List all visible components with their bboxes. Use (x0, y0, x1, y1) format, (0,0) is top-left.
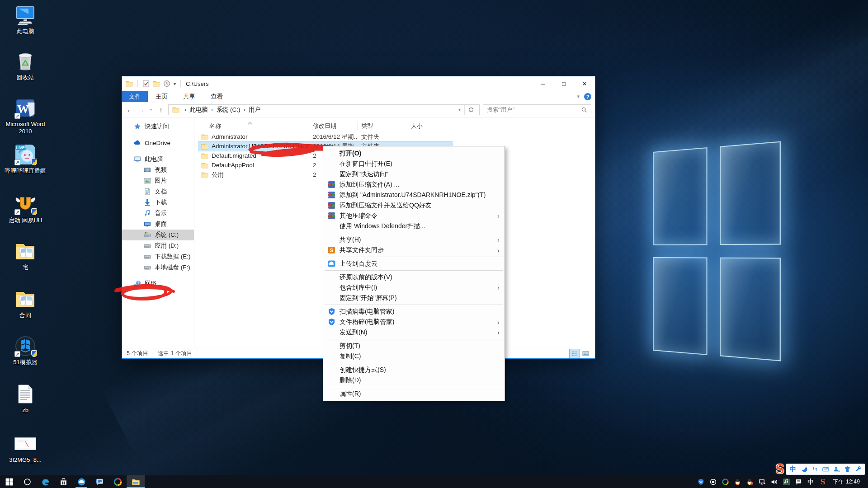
sogou-mode-zh[interactable]: 中 (788, 465, 797, 474)
sogou-toolbox[interactable] (854, 465, 863, 474)
search-input[interactable] (483, 106, 577, 113)
menu-create-shortcut[interactable]: 创建快捷方式(S) › (324, 365, 504, 375)
menu-add-to-archive[interactable]: 添加到压缩文件(A) ... › (324, 179, 504, 190)
nav-drive-f[interactable]: 本地磁盘 (F:) (122, 262, 194, 273)
tab-file[interactable]: 文件 (122, 91, 148, 102)
nav-pictures[interactable]: 图片 (122, 175, 194, 186)
new-folder-button[interactable] (153, 80, 160, 87)
menu-defender-scan[interactable]: 使用 Windows Defender扫描... › (324, 221, 504, 231)
desktop-icon-word[interactable]: W ↗ Microsoft Word 2010 (4, 97, 47, 135)
store-button[interactable] (54, 475, 72, 488)
record-tray-icon[interactable] (708, 477, 718, 487)
tab-home[interactable]: 主页 (148, 91, 175, 102)
desktop-icon-zb[interactable]: ↗ zb (4, 383, 47, 414)
explorer-button[interactable] (127, 475, 145, 488)
customize-qat-button[interactable]: ▾ (174, 81, 176, 86)
nav-drive-e[interactable]: 下载数据 (E:) (122, 251, 194, 262)
desktop-icon-netease-uu[interactable]: ↗ 启动 网易UU (4, 193, 47, 224)
menu-restore-versions[interactable]: 还原以前的版本(V) › (324, 272, 504, 282)
search-box[interactable] (483, 104, 591, 115)
volume-tray-icon[interactable] (769, 477, 779, 487)
desktop-icon-51-emulator[interactable]: ↗ 51模拟器 (4, 335, 47, 366)
sogou-skin[interactable] (843, 465, 852, 474)
address-dropdown-icon[interactable]: ▾ (455, 105, 465, 115)
refresh-icon[interactable] (465, 107, 477, 113)
nav-network[interactable]: 网络 (122, 278, 194, 289)
pc-manager-tray-icon[interactable] (696, 477, 706, 487)
desktop-icon-recycle-bin[interactable]: ↗ 回收站 (4, 51, 47, 81)
desktop-icon-folder-zhai[interactable]: ↗ 宅 (4, 240, 47, 271)
menu-pin-start[interactable]: 固定到"开始"屏幕(P) › (324, 293, 504, 303)
menu-pin-quick-access[interactable]: 固定到"快速访问" › (324, 169, 504, 179)
nav-documents[interactable]: 文档 (122, 186, 194, 197)
game-app-button[interactable] (108, 475, 127, 488)
recent-locations-button[interactable]: ▾ (148, 107, 154, 112)
cloud-app-button[interactable] (72, 475, 90, 488)
sogou-keyboard[interactable] (821, 465, 830, 474)
nav-drive-d[interactable]: 应用 (D:) (122, 240, 194, 251)
message-tray-icon[interactable] (793, 477, 803, 487)
menu-add-to-zip[interactable]: 添加到 "Administrator.U74SDARKNRH1NOE.zip"(… (324, 190, 504, 200)
sogou-logo-icon[interactable]: S (776, 463, 785, 475)
titlebar[interactable]: ▾ C:\Users ─ □ ✕ (122, 76, 595, 91)
help-icon[interactable]: ? (584, 93, 591, 100)
taskbar-clock[interactable]: 下午 12:49 (830, 478, 864, 486)
properties-button[interactable] (142, 80, 150, 87)
breadcrumb-users[interactable]: › 用户 (240, 106, 260, 114)
back-button[interactable]: ← (126, 106, 134, 113)
menu-open-new-window[interactable]: 在新窗口中打开(E) › (324, 159, 504, 169)
desktop-icon-image-file[interactable]: ↗ 3I2MG5_8... (4, 433, 47, 464)
ime-zh-tray-icon[interactable]: 中 (806, 477, 816, 487)
column-类型[interactable]: 类型 (358, 122, 407, 131)
qq-tray-icon[interactable] (732, 477, 742, 487)
history-button[interactable] (163, 80, 170, 87)
breadcrumb-drive-c[interactable]: › 系统 (C:) (208, 106, 241, 114)
maximize-button[interactable]: □ (553, 76, 574, 91)
column-名称[interactable]: 名称 (199, 122, 309, 131)
tab-view[interactable]: 查看 (203, 91, 231, 102)
nav-onedrive[interactable]: OneDrive (122, 137, 194, 148)
menu-share[interactable]: 共享(H) › (324, 235, 504, 245)
chat-app-button[interactable] (90, 475, 108, 488)
nav-drive-c[interactable]: 系统 (C:) (122, 230, 194, 240)
menu-open[interactable]: 打开(O) › (324, 148, 504, 159)
menu-cut[interactable]: 剪切(T) › (324, 341, 504, 351)
sogou-punctuation[interactable] (810, 465, 819, 474)
address-bar[interactable]: › 此电脑 › 系统 (C:) › 用户 ▾ (168, 104, 480, 115)
nav-desktop[interactable]: 桌面 (122, 219, 194, 230)
close-button[interactable]: ✕ (574, 76, 595, 91)
tab-share[interactable]: 共享 (175, 91, 203, 102)
sogou-tray-icon[interactable]: S (818, 477, 828, 487)
menu-scan-virus[interactable]: 扫描病毒(电脑管家) › (324, 306, 504, 317)
minimize-button[interactable]: ─ (533, 76, 553, 91)
cortana-button[interactable] (18, 475, 36, 488)
sogou-account[interactable]: 17 (832, 465, 841, 474)
nav-videos[interactable]: 视频 (122, 164, 194, 175)
menu-shred-files[interactable]: 文件粉碎(电脑管家) › (324, 317, 504, 327)
column-大小[interactable]: 大小 (407, 122, 443, 131)
nav-downloads[interactable]: 下载 (122, 197, 194, 208)
desktop-icon-this-pc[interactable]: ↗ 此电脑 (4, 5, 47, 35)
desktop-icon-folder-hetong[interactable]: ↗ 合同 (4, 288, 47, 319)
network-tray-icon[interactable] (757, 477, 767, 487)
menu-send-to[interactable]: 发送到(N) › (324, 327, 504, 338)
nav-quick-access[interactable]: 快速访问 (122, 121, 194, 132)
breadcrumb-this-pc[interactable]: › 此电脑 (181, 106, 208, 114)
menu-folder-sync[interactable]: S 共享文件夹同步 › (324, 245, 504, 255)
menu-delete[interactable]: 删除(D) › (324, 375, 504, 385)
nav-music[interactable]: 音乐 (122, 208, 194, 219)
edge-button[interactable] (36, 475, 54, 488)
menu-compress-send-qq[interactable]: 添加到压缩文件并发送给QQ好友 › (324, 200, 504, 211)
nav-this-pc[interactable]: 此电脑 (122, 154, 194, 164)
menu-upload-baidu[interactable]: 上传到百度云 › (324, 258, 504, 269)
menu-properties[interactable]: 属性(R) › (324, 389, 504, 399)
menu-other-compress[interactable]: 其他压缩命令 › (324, 211, 504, 221)
thumbnails-view-button[interactable] (580, 349, 590, 358)
music-tray-icon[interactable] (781, 477, 791, 487)
game-tray-icon[interactable] (720, 477, 730, 487)
sogou-night-mode[interactable] (799, 465, 808, 474)
forward-button[interactable]: → (137, 106, 145, 113)
menu-include-library[interactable]: 包含到库中(I) › (324, 282, 504, 293)
Administrator[interactable]: Administrator 2016/6/12 星期... 文件夹 (199, 132, 452, 141)
column-修改日期[interactable]: 修改日期 (309, 122, 358, 131)
